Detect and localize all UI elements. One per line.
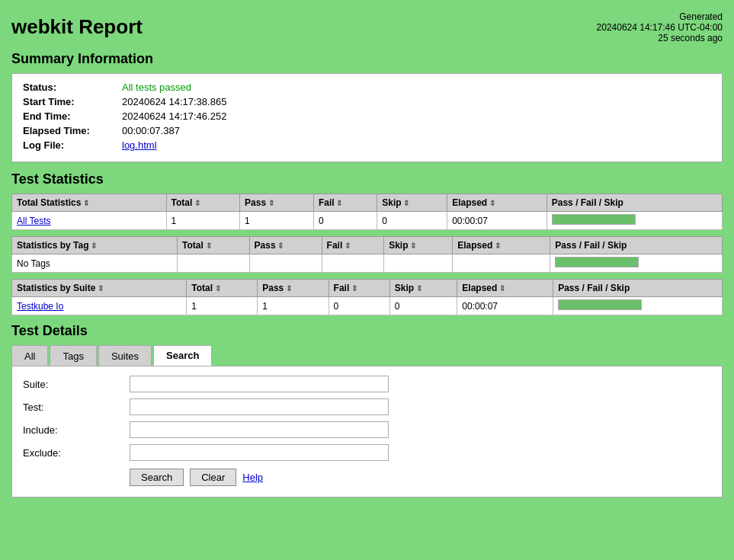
page-title: webkit Report (11, 15, 143, 39)
col-fail[interactable]: Fail (314, 194, 377, 212)
tabs-row: All Tags Suites Search (11, 345, 723, 366)
col-suite-fail[interactable]: Fail (329, 280, 389, 297)
exclude-label: Exclude: (23, 447, 130, 459)
no-tags-elapsed (453, 254, 550, 273)
summary-row-start: Start Time: 20240624 14:17:38.865 (23, 96, 711, 107)
exclude-row: Exclude: (23, 444, 711, 461)
col-tag-pass-fail-skip: Pass / Fail / Skip (550, 237, 723, 254)
summary-row-logfile: Log File: log.html (23, 139, 711, 151)
search-button[interactable]: Search (130, 469, 184, 486)
logfile-label: Log File: (23, 139, 122, 151)
no-tags-progress (555, 257, 639, 267)
col-tag-pass[interactable]: Pass (249, 237, 322, 254)
testkube-total: 1 (187, 297, 258, 315)
generated-datetime: 20240624 14:17:46 UTC-04:00 (597, 22, 723, 33)
no-tags-skip (384, 254, 453, 273)
col-stats-by-tag[interactable]: Statistics by Tag (12, 237, 178, 254)
generated-label: Generated (597, 11, 723, 22)
test-details-heading: Test Details (11, 323, 723, 339)
testkube-pass-bar (559, 300, 641, 309)
end-label: End Time: (23, 110, 122, 122)
suite-row: Suite: (23, 376, 711, 392)
no-tags-label: No Tags (12, 254, 178, 273)
summary-row-end: End Time: 20240624 14:17:46.252 (23, 110, 711, 122)
no-tags-total (177, 254, 249, 273)
no-tags-row: No Tags (12, 254, 723, 273)
start-value: 20240624 14:17:38.865 (122, 96, 226, 107)
all-tests-elapsed: 00:00:07 (447, 212, 547, 230)
testkube-skip: 0 (389, 297, 457, 315)
test-label: Test: (23, 402, 130, 413)
include-input[interactable] (130, 421, 389, 438)
testkube-pass: 1 (258, 297, 329, 315)
test-details-section: Test Details All Tags Suites Search Suit… (11, 323, 723, 498)
elapsed-value: 00:00:07.387 (122, 125, 180, 136)
all-tests-link[interactable]: All Tests (17, 216, 50, 226)
action-row: Search Clear Help (130, 469, 711, 486)
elapsed-label: Elapsed Time: (23, 125, 122, 136)
summary-heading: Summary Information (11, 51, 723, 67)
all-tests-bar (546, 212, 722, 230)
suite-label: Suite: (23, 379, 130, 390)
suite-input[interactable] (130, 376, 389, 392)
col-suite-pass[interactable]: Pass (258, 280, 329, 297)
test-statistics-heading: Test Statistics (11, 171, 723, 187)
end-value: 20240624 14:17:46.252 (122, 110, 226, 122)
include-row: Include: (23, 421, 711, 438)
help-link[interactable]: Help (242, 472, 263, 483)
col-suite-total[interactable]: Total (187, 280, 258, 297)
testkube-link[interactable]: Testkube Io (17, 301, 63, 312)
tab-suites[interactable]: Suites (98, 345, 152, 366)
all-tests-fail: 0 (314, 212, 377, 230)
suite-statistics-table: Statistics by Suite Total Pass Fail Skip… (11, 279, 723, 315)
generated-info: Generated 20240624 14:17:46 UTC-04:00 25… (597, 11, 723, 43)
testkube-fail: 0 (329, 297, 389, 315)
col-skip[interactable]: Skip (377, 194, 447, 212)
tab-all[interactable]: All (11, 345, 48, 366)
no-tags-bar (550, 254, 723, 273)
tag-statistics-table: Statistics by Tag Total Pass Fail Skip E… (11, 236, 723, 273)
tab-tags[interactable]: Tags (50, 345, 96, 366)
all-tests-pass: 1 (240, 212, 314, 230)
testkube-elapsed: 00:00:07 (457, 297, 553, 315)
summary-row-status: Status: All tests passed (23, 82, 711, 93)
total-statistics-table: Total Statistics Total Pass Fail Skip El… (11, 194, 723, 230)
col-tag-elapsed[interactable]: Elapsed (453, 237, 550, 254)
col-suite-skip[interactable]: Skip (389, 280, 457, 297)
include-label: Include: (23, 424, 130, 436)
all-tests-progress (552, 214, 636, 225)
col-suite-elapsed[interactable]: Elapsed (457, 280, 553, 297)
all-tests-row: All Tests 1 1 0 0 00:00:07 (12, 212, 723, 230)
start-label: Start Time: (23, 96, 122, 107)
exclude-input[interactable] (130, 444, 389, 461)
test-input[interactable] (130, 398, 389, 415)
status-value: All tests passed (122, 82, 191, 93)
search-panel: Suite: Test: Include: Exclude: Search Cl… (11, 366, 723, 498)
col-pass[interactable]: Pass (240, 194, 314, 212)
status-label: Status: (23, 82, 122, 93)
test-row: Test: (23, 398, 711, 415)
tab-search[interactable]: Search (153, 345, 212, 366)
no-tags-fail (322, 254, 384, 273)
testkube-bar (553, 297, 723, 315)
clear-button[interactable]: Clear (190, 469, 236, 486)
col-elapsed[interactable]: Elapsed (447, 194, 547, 212)
all-tests-pass-bar (553, 215, 635, 224)
col-total[interactable]: Total (166, 194, 239, 212)
summary-box: Status: All tests passed Start Time: 202… (11, 73, 723, 162)
col-tag-fail[interactable]: Fail (322, 237, 384, 254)
all-tests-total: 1 (166, 212, 239, 230)
testkube-row: Testkube Io 1 1 0 0 00:00:07 (12, 297, 723, 315)
col-tag-skip[interactable]: Skip (384, 237, 453, 254)
col-stats-by-suite[interactable]: Statistics by Suite (12, 280, 187, 297)
all-tests-skip: 0 (377, 212, 447, 230)
generated-ago: 25 seconds ago (597, 33, 723, 43)
no-tags-pass (249, 254, 322, 273)
testkube-progress (558, 299, 642, 310)
no-tags-pass-bar (556, 258, 638, 267)
logfile-link[interactable]: log.html (122, 139, 157, 151)
summary-row-elapsed: Elapsed Time: 00:00:07.387 (23, 125, 711, 136)
col-pass-fail-skip: Pass / Fail / Skip (546, 194, 722, 212)
col-tag-total[interactable]: Total (177, 237, 249, 254)
col-total-statistics[interactable]: Total Statistics (12, 194, 167, 212)
